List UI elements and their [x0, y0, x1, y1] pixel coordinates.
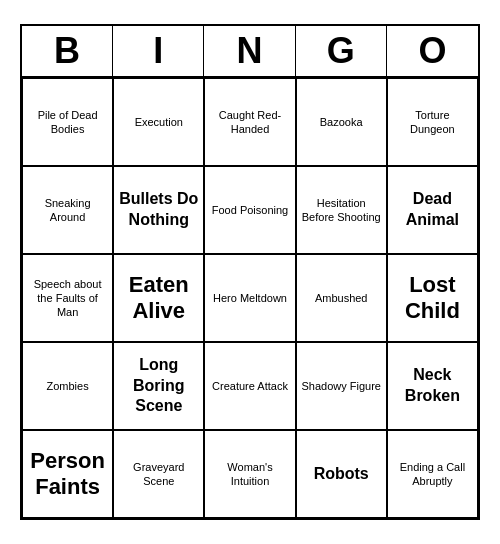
bingo-cell-12[interactable]: Hero Meltdown: [204, 254, 295, 342]
header-letter-b: B: [22, 26, 113, 76]
bingo-cell-7[interactable]: Food Poisoning: [204, 166, 295, 254]
bingo-cell-11[interactable]: Eaten Alive: [113, 254, 204, 342]
bingo-cell-2[interactable]: Caught Red-Handed: [204, 78, 295, 166]
header-letter-g: G: [296, 26, 387, 76]
bingo-cell-21[interactable]: Graveyard Scene: [113, 430, 204, 518]
bingo-cell-16[interactable]: Long Boring Scene: [113, 342, 204, 430]
bingo-cell-4[interactable]: Torture Dungeon: [387, 78, 478, 166]
bingo-grid: Pile of Dead BodiesExecutionCaught Red-H…: [22, 78, 478, 518]
bingo-cell-0[interactable]: Pile of Dead Bodies: [22, 78, 113, 166]
bingo-cell-3[interactable]: Bazooka: [296, 78, 387, 166]
bingo-cell-19[interactable]: Neck Broken: [387, 342, 478, 430]
bingo-cell-22[interactable]: Woman's Intuition: [204, 430, 295, 518]
bingo-cell-24[interactable]: Ending a Call Abruptly: [387, 430, 478, 518]
header-letter-n: N: [204, 26, 295, 76]
bingo-cell-18[interactable]: Shadowy Figure: [296, 342, 387, 430]
bingo-cell-9[interactable]: Dead Animal: [387, 166, 478, 254]
bingo-cell-8[interactable]: Hesitation Before Shooting: [296, 166, 387, 254]
bingo-cell-6[interactable]: Bullets Do Nothing: [113, 166, 204, 254]
bingo-cell-5[interactable]: Sneaking Around: [22, 166, 113, 254]
header-letter-i: I: [113, 26, 204, 76]
bingo-cell-23[interactable]: Robots: [296, 430, 387, 518]
bingo-header: BINGO: [22, 26, 478, 78]
bingo-cell-20[interactable]: Person Faints: [22, 430, 113, 518]
bingo-cell-13[interactable]: Ambushed: [296, 254, 387, 342]
bingo-cell-17[interactable]: Creature Attack: [204, 342, 295, 430]
bingo-cell-14[interactable]: Lost Child: [387, 254, 478, 342]
bingo-cell-10[interactable]: Speech about the Faults of Man: [22, 254, 113, 342]
bingo-cell-1[interactable]: Execution: [113, 78, 204, 166]
bingo-cell-15[interactable]: Zombies: [22, 342, 113, 430]
header-letter-o: O: [387, 26, 478, 76]
bingo-card: BINGO Pile of Dead BodiesExecutionCaught…: [20, 24, 480, 520]
